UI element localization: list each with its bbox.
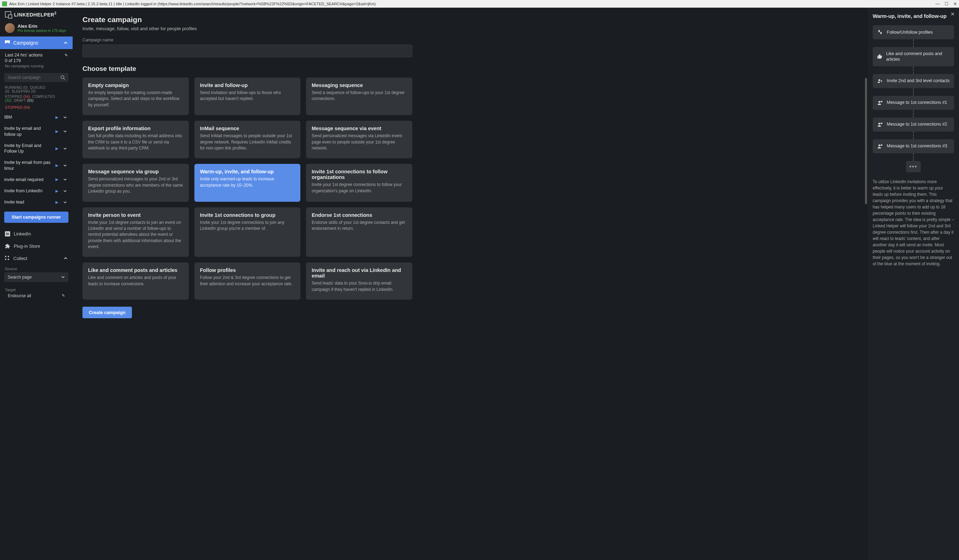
search-campaign-box[interactable] [4, 73, 68, 82]
template-card[interactable]: Invite 1st connections to follow organiz… [306, 164, 412, 201]
create-campaign-button[interactable]: Create campaign [83, 307, 132, 318]
chevron-down-icon[interactable] [62, 164, 68, 167]
chevron-up-icon[interactable] [64, 41, 68, 45]
workflow-step[interactable]: Message to 1st connections #2 [873, 118, 954, 132]
right-panel: ✕ Warm-up, invite, and follow-up Follow/… [868, 8, 959, 560]
template-title: Message sequence via group [88, 169, 183, 174]
play-icon[interactable]: ▶ [54, 200, 60, 205]
template-card[interactable]: Follow profiles Follow your 2nd & 3rd de… [194, 262, 301, 300]
step-connector [873, 110, 954, 118]
campaign-row[interactable]: Invite lead ▶ [0, 196, 73, 208]
play-icon[interactable]: ▶ [54, 163, 60, 168]
minimize-button[interactable]: — [935, 2, 940, 6]
template-title: Empty campaign [88, 83, 183, 88]
svg-point-10 [878, 123, 880, 124]
user-info[interactable]: Alex Erin Pro license expires in 175 day… [0, 21, 73, 37]
chevron-down-icon[interactable] [62, 147, 68, 151]
workflow-step[interactable]: Follow/Unfollow profiles [873, 25, 954, 39]
template-card[interactable]: Export profile information Get full prof… [83, 121, 189, 158]
template-card[interactable]: Message sequence via group Send personal… [83, 164, 189, 201]
chevron-down-icon[interactable] [62, 129, 68, 133]
step-connector [873, 66, 954, 74]
svg-point-0 [61, 76, 64, 79]
template-desc: Invite only warmed-up leads to increase … [200, 176, 295, 188]
target-value: Endourse all [8, 293, 31, 298]
svg-line-1 [64, 79, 65, 80]
start-runner-button[interactable]: Start campaigns runner [4, 212, 68, 223]
brand-text: LINKEDHELPER2 [14, 11, 56, 18]
license-status: Pro license expires in 175 days [18, 29, 66, 33]
svg-point-9 [878, 101, 880, 102]
campaign-label: invite email required [4, 177, 52, 183]
edit-icon[interactable]: ✎ [65, 53, 68, 57]
search-icon[interactable] [61, 75, 65, 80]
nav-plugin-label: Plug-in Store [14, 243, 40, 249]
play-icon[interactable]: ▶ [54, 177, 60, 182]
source-select[interactable]: Search page [4, 272, 68, 282]
scrollbar-thumb[interactable] [865, 78, 867, 204]
nav-linkedin[interactable]: in LinkedIn [0, 228, 73, 240]
template-card[interactable]: InMail sequence Send InMail messages to … [194, 121, 301, 158]
campaign-row[interactable]: Invite by Email and Follow Up ▶ [0, 140, 73, 157]
workflow-step[interactable]: Invite 2nd and 3rd level contacts [873, 74, 954, 88]
template-title: Warm-up, invite, and follow-up [200, 169, 295, 174]
play-icon[interactable]: ▶ [54, 115, 60, 120]
template-title: Like and comment posts and articles [88, 267, 183, 273]
step-label: Invite 2nd and 3rd level contacts [887, 78, 949, 84]
campaign-label: Invite by Email and Follow Up [4, 143, 52, 154]
template-desc: Endorse skills of your 1st degree contac… [312, 220, 407, 232]
campaign-row[interactable]: invite email required ▶ [0, 174, 73, 185]
play-icon[interactable]: ▶ [54, 129, 60, 134]
chevron-up-icon[interactable] [64, 256, 68, 260]
campaign-label: Invite lead [4, 199, 52, 205]
chevron-down-icon[interactable] [62, 178, 68, 181]
template-card[interactable]: Invite person to event Invite your 1st d… [83, 207, 189, 257]
chevron-down-icon[interactable] [62, 115, 68, 119]
nav-collect-label: Collect [13, 256, 27, 261]
nav-plugin-store[interactable]: Plug-in Store [0, 240, 73, 252]
nav-campaigns[interactable]: Campaigns [0, 37, 73, 49]
campaign-row[interactable]: Invite from LinkedIn ▶ [0, 185, 73, 196]
more-steps-button[interactable]: ••• [906, 161, 921, 172]
template-card[interactable]: Invite and reach out via LinkedIn and em… [306, 262, 412, 300]
search-campaign-input[interactable] [8, 75, 61, 80]
choose-template-heading: Choose template [83, 65, 412, 73]
template-desc: Send InMail messages to people outside y… [200, 133, 295, 151]
workflow-step[interactable]: Message to 1st connections #1 [873, 96, 954, 110]
step-connector [873, 132, 954, 139]
template-card[interactable]: Endorse 1st connections Endorse skills o… [306, 207, 412, 257]
template-desc: Send a sequence of follow-ups to your 1s… [312, 90, 407, 102]
close-icon[interactable]: ✕ [951, 11, 955, 17]
nav-collect[interactable]: Collect [0, 252, 73, 264]
target-select[interactable]: Endourse all ✎ [4, 293, 68, 301]
play-icon[interactable]: ▶ [54, 146, 60, 151]
template-card[interactable]: Like and comment posts and articles Like… [83, 262, 189, 300]
template-desc: Send leads' data to your Snov.io drip em… [312, 280, 407, 293]
workflow-step[interactable]: Message to 1st connections #3 [873, 139, 954, 153]
play-icon[interactable]: ▶ [54, 189, 60, 193]
workflow-step[interactable]: Like and comment posts and articles [873, 47, 954, 66]
svg-point-4 [878, 30, 880, 32]
template-title: Endorse 1st connections [312, 212, 407, 218]
campaign-row[interactable]: Invite by email and follow up ▶ [0, 123, 73, 140]
template-card[interactable]: Empty campaign An empty template for cre… [83, 78, 189, 115]
campaign-row[interactable]: Invite by email from pas timur ▶ [0, 157, 73, 174]
template-card[interactable]: Warm-up, invite, and follow-up Invite on… [194, 164, 301, 201]
close-window-button[interactable]: ✕ [953, 2, 957, 6]
campaign-name-input[interactable] [83, 45, 412, 57]
edit-icon[interactable]: ✎ [62, 293, 65, 298]
page-title: Create campaign [83, 16, 412, 24]
template-title: Export profile information [88, 126, 183, 131]
maximize-button[interactable]: ☐ [945, 2, 948, 6]
chevron-down-icon[interactable] [62, 200, 68, 204]
chevron-down-icon[interactable] [62, 189, 68, 193]
nav-campaigns-label: Campaigns [13, 40, 38, 46]
stopped-group-header[interactable]: STOPPED (54) [0, 103, 73, 111]
template-card[interactable]: Invite 1st connections to group Invite y… [194, 207, 301, 257]
campaign-row[interactable]: IBM ▶ [0, 111, 73, 123]
template-card[interactable]: Messaging sequence Send a sequence of fo… [306, 78, 412, 115]
step-label: Like and comment posts and articles [886, 51, 950, 62]
template-card[interactable]: Message sequence via event Send personal… [306, 121, 412, 158]
template-card[interactable]: Invite and follow-up Send invitation and… [194, 78, 301, 115]
app-icon [2, 2, 7, 6]
